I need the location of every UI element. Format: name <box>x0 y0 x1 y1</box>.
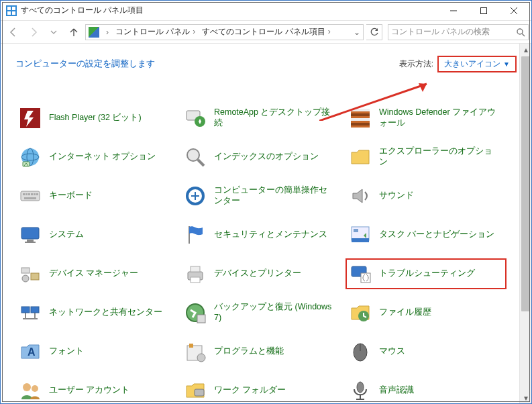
ease-icon <box>183 184 207 208</box>
breadcrumb-0[interactable]: コントロール パネル› <box>113 26 198 38</box>
item-index[interactable]: インデックスのオプション <box>180 142 341 172</box>
window-title: すべてのコントロール パネル項目 <box>21 5 144 16</box>
maximize-button[interactable] <box>468 1 498 20</box>
nav-recent-dropdown[interactable] <box>45 23 62 41</box>
item-label: ネットワークと共有センター <box>49 307 162 318</box>
svg-rect-29 <box>25 193 28 195</box>
svg-rect-39 <box>25 242 36 243</box>
svg-point-69 <box>23 383 31 391</box>
item-remoteapp[interactable]: RemoteApp とデスクトップ接続 <box>180 103 341 134</box>
taskbar-icon <box>348 223 372 247</box>
item-label: サウンド <box>379 191 414 201</box>
item-system[interactable]: システム <box>15 219 176 250</box>
svg-point-25 <box>187 149 199 161</box>
scroll-thumb[interactable] <box>521 56 530 311</box>
users-icon <box>18 378 42 403</box>
backup-icon <box>183 301 207 325</box>
item-label: セキュリティとメンテナンス <box>214 230 327 240</box>
flag-icon <box>183 223 207 247</box>
scroll-track[interactable] <box>520 55 531 392</box>
window-root: すべてのコントロール パネル項目 › コントロール パネル› すべてのコントロー… <box>0 0 532 404</box>
view-select[interactable]: 大きいアイコン ▼ <box>437 56 517 72</box>
svg-rect-48 <box>191 266 200 272</box>
item-label: システム <box>49 230 84 240</box>
item-workfolder[interactable]: ワーク フォルダー <box>180 375 341 403</box>
remoteapp-icon <box>183 106 207 130</box>
item-backup7[interactable]: バックアップと復元 (Windows 7) <box>180 297 341 328</box>
nav-back-button[interactable] <box>5 23 22 41</box>
globe-icon <box>18 145 42 169</box>
svg-rect-1 <box>7 7 11 10</box>
item-security[interactable]: セキュリティとメンテナンス <box>180 219 341 250</box>
speaker-icon <box>348 184 372 208</box>
item-ease[interactable]: コンピューターの簡単操作センター <box>180 181 341 211</box>
minimize-button[interactable] <box>438 1 468 20</box>
nav-up-button[interactable] <box>65 23 83 41</box>
item-fonts[interactable]: Aフォント <box>15 336 176 367</box>
svg-rect-3 <box>7 11 11 15</box>
filehist-icon <box>348 301 372 325</box>
nav-forward-button[interactable] <box>25 23 42 41</box>
item-defender[interactable]: Windows Defender ファイアウォール <box>345 103 507 134</box>
address-bar[interactable]: › コントロール パネル› すべてのコントロール パネル項目› ⌄ <box>85 24 364 40</box>
item-troubleshooting[interactable]: トラブルシューティング <box>345 258 507 289</box>
titlebar: すべてのコントロール パネル項目 <box>1 1 531 21</box>
svg-rect-2 <box>12 7 15 10</box>
item-explorer[interactable]: エクスプローラーのオプション <box>345 142 507 172</box>
item-label: マウス <box>379 346 405 357</box>
item-flash[interactable]: Flash Player (32 ビット) <box>15 103 176 134</box>
svg-rect-45 <box>31 273 39 280</box>
svg-point-70 <box>32 385 38 392</box>
item-users[interactable]: ユーザー アカウント <box>15 375 176 403</box>
item-sound[interactable]: サウンド <box>345 181 507 211</box>
chevron-down-icon: ▼ <box>503 60 510 68</box>
keyboard-icon <box>18 184 42 208</box>
item-label: エクスプローラーのオプション <box>379 146 500 167</box>
item-filehist[interactable]: ファイル履歴 <box>345 297 507 328</box>
fonts-icon: A <box>18 340 42 364</box>
view-by-label: 表示方法: <box>399 58 433 70</box>
troubleshoot-icon <box>348 262 372 286</box>
item-label: キーボード <box>49 191 93 201</box>
item-taskbar[interactable]: タスク バーとナビゲーション <box>345 219 507 250</box>
magnifier-icon <box>183 145 207 169</box>
item-label: デバイス マネージャー <box>49 268 138 279</box>
monitor-icon <box>18 223 42 247</box>
item-speech[interactable]: 音声認識 <box>345 375 507 403</box>
svg-rect-38 <box>27 240 34 242</box>
svg-rect-42 <box>352 238 369 242</box>
vertical-scrollbar[interactable]: ▴ ▾ <box>519 44 531 403</box>
scroll-up-button[interactable]: ▴ <box>520 44 531 55</box>
search-icon <box>516 28 525 37</box>
scroll-down-button[interactable]: ▾ <box>520 392 531 403</box>
item-programs[interactable]: プログラムと機能 <box>180 336 341 367</box>
item-keyboard[interactable]: キーボード <box>15 181 176 211</box>
item-label: ユーザー アカウント <box>49 385 129 396</box>
close-button[interactable] <box>498 1 529 20</box>
address-dropdown-icon[interactable]: ⌄ <box>351 28 363 37</box>
item-network[interactable]: ネットワークと共有センター <box>15 297 176 328</box>
refresh-button[interactable] <box>366 24 382 40</box>
item-devmgr[interactable]: デバイス マネージャー <box>15 258 176 289</box>
breadcrumb-1[interactable]: すべてのコントロール パネル項目› <box>199 26 333 38</box>
svg-rect-37 <box>21 228 39 239</box>
item-mouse[interactable]: マウス <box>345 336 507 367</box>
svg-line-10 <box>522 34 525 36</box>
item-label: ファイル履歴 <box>379 307 431 318</box>
item-inet[interactable]: インターネット オプション <box>15 142 176 172</box>
svg-line-26 <box>198 160 204 166</box>
devmgr-icon <box>18 262 42 286</box>
navbar: › コントロール パネル› すべてのコントロール パネル項目› ⌄ コントロール… <box>1 21 531 44</box>
item-devprint[interactable]: デバイスとプリンター <box>180 258 341 289</box>
shield-icon <box>348 106 372 130</box>
item-label: インデックスのオプション <box>214 152 319 162</box>
item-label: デバイスとプリンター <box>214 268 301 279</box>
svg-rect-52 <box>361 273 370 283</box>
item-label: コンピューターの簡単操作センター <box>214 185 335 206</box>
folder-icon <box>348 145 372 169</box>
content-area: コンピューターの設定を調整します 表示方法: 大きいアイコン ▼ Flash P… <box>1 44 519 403</box>
breadcrumb-sep[interactable]: › <box>101 28 111 37</box>
search-box[interactable]: コントロール パネルの検索 <box>388 24 529 40</box>
svg-rect-60 <box>197 315 205 323</box>
item-label: Windows Defender ファイアウォール <box>379 107 500 128</box>
